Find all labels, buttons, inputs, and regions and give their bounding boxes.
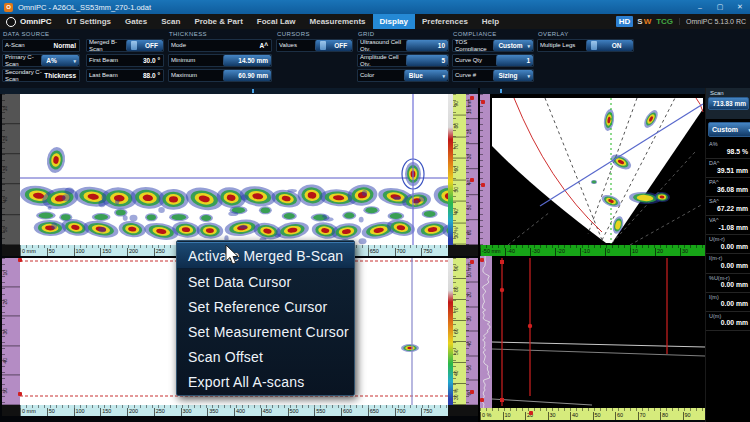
scan-label: Scan	[710, 90, 750, 96]
cursor-anchor-dot	[481, 100, 485, 104]
field-amplitude-cell-qty-: Amplitude Cell Qty.5	[357, 54, 449, 67]
menu-item-help[interactable]: Help	[475, 14, 506, 29]
ruler-label: 300	[181, 408, 208, 416]
reading-label: I(m-r)	[709, 255, 748, 262]
chevron-down-icon: ▾	[442, 73, 445, 79]
field-dropdown[interactable]: Blue▾	[404, 70, 448, 81]
menu-item-gates[interactable]: Gates	[118, 14, 154, 29]
context-menu-item-set-measurement-cursor[interactable]: Set Measurement Cursor	[177, 319, 354, 344]
readings-preset-dropdown[interactable]: Custom ▾	[708, 122, 750, 137]
ruler-label: 80	[453, 279, 466, 300]
context-menu-item-export-all-a-scans[interactable]: Export All A-scans	[177, 369, 354, 394]
field-toggle[interactable]: OFF	[126, 40, 163, 51]
reading-item: U(m)0.00 mm	[706, 312, 750, 331]
field-value-button[interactable]: 5	[406, 55, 448, 66]
field-value-button[interactable]: 10	[406, 40, 448, 51]
ruler-label: 30	[2, 317, 20, 346]
field-curve-qty: Curve Qty1	[452, 54, 534, 67]
ruler-label: 80	[453, 116, 466, 138]
ruler-label: 10	[630, 248, 655, 256]
cursor-anchor-dot	[481, 183, 485, 187]
reading-value: 36.08 mm	[709, 186, 748, 194]
chevron-down-icon: ▾	[527, 73, 530, 79]
field-value-button[interactable]: 1	[496, 55, 533, 66]
field-minimum: Minimum14.50 mm	[168, 54, 272, 67]
field-value[interactable]: 88.0 °	[128, 70, 163, 81]
title-bar: O OmniPC - A26OL_SS53mm_270-1.odat – ▢ ✕	[0, 0, 750, 14]
context-menu: Activate Merged B-ScanSet Data CursorSet…	[176, 240, 355, 396]
reading-value: 0.00 mm	[709, 319, 748, 327]
ruler-label: 10	[2, 94, 20, 124]
window-title: OmniPC - A26OL_SS53mm_270-1.odat	[18, 3, 151, 12]
ruler-label: 250	[154, 408, 181, 416]
panel-title: OVERLAY	[538, 31, 634, 37]
ruler-label: 100	[74, 408, 101, 416]
menu-item-scan[interactable]: Scan	[154, 14, 187, 29]
field-value[interactable]: Thickness	[44, 70, 79, 81]
bottom-scan-axis-ruler: 0 mm501001502002503003504004505005506006…	[20, 405, 448, 416]
ruler-label: 750	[421, 408, 448, 416]
cursor-anchor-dot	[480, 398, 484, 402]
menu-item-measurements[interactable]: Measurements	[303, 14, 373, 29]
field-ultrasound-cell-qty-: Ultrasound Cell Qty.10	[357, 39, 449, 52]
panel-compliance: COMPLIANCETOS ComplianceCustom▾Curve Qty…	[452, 30, 534, 87]
field-toggle[interactable]: ON	[586, 40, 633, 51]
ruler-label: 20	[2, 287, 20, 316]
ruler-corner	[2, 405, 20, 416]
context-menu-item-activate-merged-b-scan[interactable]: Activate Merged B-Scan	[177, 242, 354, 269]
reading-item: I(m)0.00 mm	[706, 293, 750, 312]
omnipc-logo-icon	[6, 17, 16, 27]
index-side-ruler: 10 mm2030405060	[466, 94, 478, 245]
sector-scan-view[interactable]	[490, 94, 705, 245]
ruler-label: -10	[580, 248, 605, 256]
reading-item: I(m-r)0.00 mm	[706, 254, 750, 273]
menu-item-ut-settings[interactable]: UT Settings	[60, 14, 118, 29]
top-scan-graphics	[20, 94, 448, 245]
field-toggle[interactable]: OFF	[315, 40, 352, 51]
field-value[interactable]: 30.0 °	[128, 55, 163, 66]
brand-label: OmniPC	[20, 17, 52, 26]
ruler-label: 40	[2, 185, 20, 215]
field-maximum: Maximum60.90 mm	[168, 69, 272, 82]
menu-item-preferences[interactable]: Preferences	[415, 14, 475, 29]
ruler-label: 50	[466, 356, 478, 381]
chevron-down-icon: ▾	[527, 43, 530, 49]
ruler-label: 60	[453, 159, 466, 181]
menu-item-omnipc[interactable]: OmniPC	[0, 14, 60, 29]
menu-item-focal-law[interactable]: Focal Law	[250, 14, 303, 29]
field-value-button[interactable]: 14.50 mm	[223, 55, 271, 66]
field-merged-b-scan: Merged B-ScanOFF	[86, 39, 164, 52]
ruler-label: -40	[505, 248, 530, 256]
reading-value: 67.22 mm	[709, 205, 748, 213]
field-dropdown[interactable]: Sizing▾	[493, 70, 533, 81]
close-button[interactable]: ✕	[730, 0, 750, 14]
cursor-anchor-dot	[18, 392, 22, 396]
reading-label: SA^	[709, 198, 748, 205]
reading-value: 39.51 mm	[709, 167, 748, 175]
context-menu-item-set-data-cursor[interactable]: Set Data Cursor	[177, 269, 354, 294]
field-value[interactable]: A^	[224, 40, 271, 51]
context-menu-item-set-reference-cursor[interactable]: Set Reference Cursor	[177, 294, 354, 319]
w-badge: W	[644, 17, 652, 26]
maximize-button[interactable]: ▢	[710, 0, 730, 14]
scan-position-value[interactable]: 713.83 mm	[708, 97, 749, 110]
minimize-button[interactable]: –	[690, 0, 710, 14]
menu-item-display[interactable]: Display	[373, 14, 415, 29]
context-menu-item-scan-offset[interactable]: Scan Offset	[177, 344, 354, 369]
field-label: Maximum	[169, 70, 223, 81]
top-scan-view[interactable]	[20, 94, 448, 245]
ruler-corner	[448, 245, 478, 256]
ascan-view[interactable]	[492, 256, 705, 408]
field-value[interactable]: Normal	[44, 40, 79, 51]
panel-cells: Multiple LegsON	[537, 39, 634, 52]
menu-item-probe-part[interactable]: Probe & Part	[187, 14, 249, 29]
field-dropdown[interactable]: A%▾	[41, 55, 79, 66]
field-dropdown[interactable]: Custom▾	[493, 40, 533, 51]
ruler-label: 0 mm	[20, 248, 47, 256]
field-first-beam: First Beam30.0 °	[86, 54, 164, 67]
s-badge: S	[637, 17, 642, 26]
field-value-button[interactable]: 60.90 mm	[223, 70, 271, 81]
panel-title: CURSORS	[277, 31, 353, 37]
ruler-label: 50	[453, 180, 466, 202]
ruler-label: 700	[395, 248, 422, 256]
